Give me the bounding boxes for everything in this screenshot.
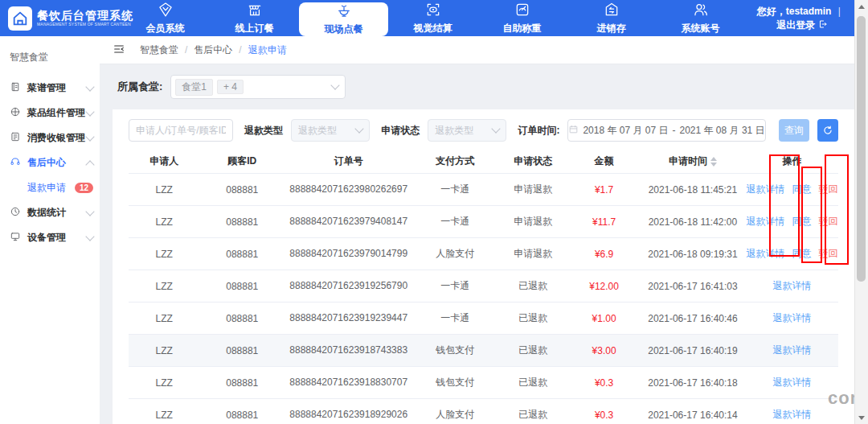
action-link[interactable]: 同意	[792, 215, 812, 228]
cell-applicant: LZZ	[129, 281, 199, 292]
canteen-filter-row: 所属食堂: 食堂1+ 4	[117, 75, 854, 99]
cell-order_no: 8888842071623919256790	[285, 280, 412, 292]
cell-time: 2021-06-17 16:40:14	[640, 410, 746, 421]
app-subtitle: MANAGEMENT SYSTEM OF SMART CANTEEN	[37, 22, 133, 27]
cell-applicant: LZZ	[129, 377, 199, 389]
nav-item-3[interactable]: 视觉结算	[388, 0, 477, 36]
refund-type-select[interactable]: 退款类型	[291, 119, 370, 142]
breadcrumb-item-0[interactable]: 智慧食堂	[140, 43, 178, 57]
cashier-icon	[10, 131, 27, 145]
action-link[interactable]: 退款详情	[773, 344, 812, 357]
cell-amount: ¥0.3	[568, 377, 639, 389]
action-link[interactable]: 同意	[792, 183, 812, 196]
nav-item-1[interactable]: 线上订餐	[210, 0, 299, 36]
cell-customer_id: 088881	[199, 216, 285, 228]
sidebar-item-5[interactable]: 数据统计	[0, 200, 100, 225]
cell-payment: 一卡通	[412, 311, 497, 325]
cell-customer_id: 088881	[199, 377, 285, 389]
action-link[interactable]: 退款详情	[773, 408, 812, 422]
cell-time: 2021-06-17 16:41:03	[640, 281, 746, 292]
table-row-5: LZZ0888818888842071623918743383钱包支付已退款¥3…	[129, 335, 838, 367]
nav-item-4[interactable]: 自助称重	[477, 0, 567, 36]
nav-item-2[interactable]: 现场点餐	[299, 2, 388, 36]
breadcrumb-separator: /	[239, 44, 241, 56]
cell-applicant: LZZ	[129, 345, 199, 356]
sidebar-menu: 菜谱管理菜品组件管理消费收银管理售后中心退款申请12数据统计设备管理	[0, 76, 100, 250]
nav-item-0[interactable]: 会员系统	[121, 0, 210, 36]
account-icon	[693, 2, 709, 20]
scrollbar-thumb[interactable]	[857, 16, 866, 282]
cell-payment: 人脸支付	[412, 408, 497, 422]
breadcrumb-item-2[interactable]: 退款申请	[248, 43, 287, 57]
action-link[interactable]: 退款详情	[773, 376, 812, 389]
logout-button[interactable]: 退出登录	[776, 19, 815, 31]
cell-time: 2021-06-18 09:19:31	[640, 249, 746, 260]
refund-count-badge: 12	[75, 183, 93, 193]
sidebar-item-label: 设备管理	[27, 231, 87, 245]
action-link[interactable]: 退款详情	[773, 279, 812, 293]
nav-item-5[interactable]: 进销存	[567, 0, 656, 36]
scroll-up-arrow-icon[interactable]	[855, 0, 868, 13]
chevron-down-icon	[85, 132, 94, 141]
breadcrumb-item-1[interactable]: 售后中心	[194, 43, 232, 57]
cell-status: 申请退款	[497, 183, 568, 196]
sidebar-item-6[interactable]: 设备管理	[0, 225, 100, 250]
sidebar-item-1[interactable]: 菜品组件管理	[0, 101, 100, 126]
cell-payment: 人脸支付	[412, 247, 497, 261]
chevron-down-icon	[85, 232, 94, 241]
sidebar-title: 智慧食堂	[0, 44, 100, 76]
canteen-select[interactable]: 食堂1+ 4	[170, 75, 346, 99]
table-row-2: LZZ0888818888842071623979014799人脸支付申请退款¥…	[129, 238, 838, 270]
action-link[interactable]: 驳回	[819, 183, 838, 196]
cell-status: 已退款	[497, 311, 568, 325]
cell-applicant: LZZ	[129, 184, 199, 196]
app-title: 餐饮后台管理系统	[37, 10, 133, 22]
table-row-7: LZZ0888818888842071623918929026人脸支付已退款¥0…	[129, 399, 838, 424]
sidebar-item-4[interactable]: 退款申请12	[0, 175, 100, 200]
action-link[interactable]: 退款详情	[747, 183, 785, 196]
action-link[interactable]: 同意	[792, 247, 812, 261]
sidebar-item-2[interactable]: 消费收银管理	[0, 126, 100, 150]
scroll-down-arrow-icon[interactable]	[855, 411, 868, 424]
browser-scrollbar[interactable]	[854, 0, 868, 424]
keyword-search-input[interactable]	[129, 119, 233, 142]
cell-payment: 钱包支付	[412, 376, 497, 389]
sidebar-item-3[interactable]: 售后中心	[0, 150, 100, 175]
action-link[interactable]: 退款详情	[747, 215, 785, 228]
refresh-button[interactable]	[817, 119, 838, 142]
logout-icon[interactable]	[818, 19, 828, 31]
cell-amount: ¥0.3	[568, 410, 639, 421]
nav-item-6[interactable]: 系统账号	[656, 0, 745, 36]
column-header-6[interactable]: 申请时间	[640, 154, 746, 168]
cell-order_no: 8888842071623918830707	[285, 377, 412, 389]
action-link[interactable]: 退款详情	[773, 311, 812, 325]
sidebar-fold-icon[interactable]	[113, 43, 125, 58]
cell-applicant: LZZ	[129, 410, 199, 421]
refund-table: 申请人顾客ID订单号支付方式申请状态金额申请时间操作 LZZ0888818888…	[129, 150, 838, 424]
sort-icon[interactable]	[710, 157, 717, 167]
device-icon	[10, 231, 27, 245]
order-date-range-picker[interactable]: 2018 年 07 月 07 日 - 2021 年 08 月 31 日	[567, 119, 765, 142]
cell-applicant: LZZ	[129, 249, 199, 260]
action-link[interactable]: 驳回	[819, 215, 838, 228]
nav-item-label: 自助称重	[503, 22, 542, 35]
sidebar-item-0[interactable]: 菜谱管理	[0, 76, 100, 101]
cell-customer_id: 088881	[199, 410, 285, 421]
onsite-order-icon	[336, 2, 352, 21]
apply-status-select[interactable]: 退款类型	[428, 119, 506, 142]
action-link[interactable]: 驳回	[819, 247, 838, 261]
nav-item-label: 进销存	[597, 22, 626, 35]
chevron-down-icon	[85, 82, 94, 91]
action-link[interactable]: 退款详情	[747, 247, 785, 261]
user-divider: ｜	[834, 5, 844, 19]
date-range-end: 2021 年 08 月 31 日	[680, 124, 765, 138]
nav-item-label: 会员系统	[146, 22, 185, 35]
column-header-1: 顾客ID	[199, 154, 285, 168]
breadcrumb-bar: 智慧食堂/售后中心/退款申请	[100, 36, 854, 64]
cell-amount: ¥1.00	[568, 313, 639, 324]
query-button[interactable]: 查询	[779, 119, 809, 142]
cell-order_no: 8888842071623979014799	[285, 248, 412, 260]
chevron-down-icon	[355, 124, 364, 133]
user-greeting: 您好，testadmin	[757, 6, 832, 17]
cell-applicant: LZZ	[129, 313, 199, 324]
